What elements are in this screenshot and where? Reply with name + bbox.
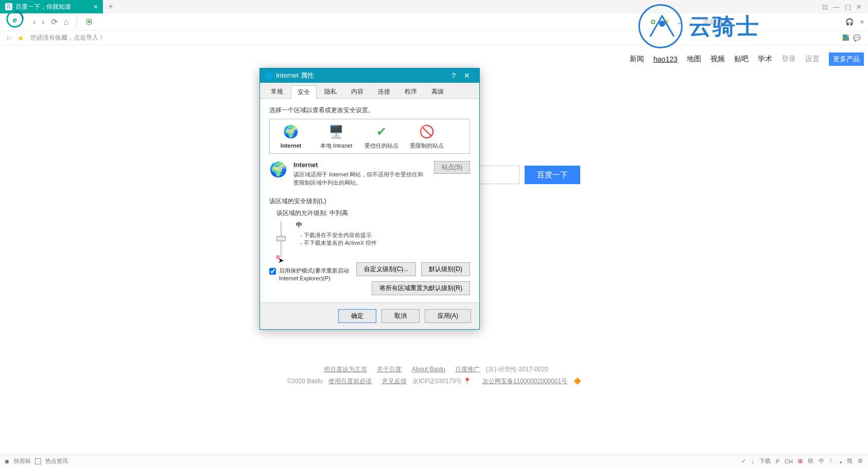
nav-back-icon[interactable]: ‹	[33, 17, 36, 27]
gear-icon[interactable]: ✿	[650, 18, 656, 26]
ime-yan[interactable]: 研	[807, 457, 814, 465]
zone-intranet[interactable]: 🖥️ 本地 Intranet	[318, 123, 354, 149]
sec-level-value: 中	[296, 221, 377, 229]
blocked-icon: 🚫	[419, 123, 435, 140]
window-close-icon[interactable]: ✕	[856, 3, 862, 11]
status-p[interactable]: P	[775, 458, 780, 464]
separator	[77, 17, 77, 27]
page-nav: 新闻 hao123 地图 视频 贴吧 学术 登录 设置 更多产品	[630, 52, 864, 66]
window-controls: ⊡ — ▢ ✕	[816, 0, 868, 13]
dialog-title: Internet 属性	[276, 71, 314, 80]
nav-news[interactable]: 新闻	[630, 55, 644, 64]
ok-button[interactable]: 确定	[338, 309, 376, 323]
page-footer: 把百度设为主页 关于百度 About Baidu 百度推广 (京)-经营性-20…	[287, 365, 581, 389]
tab-programs[interactable]: 程序	[398, 85, 424, 98]
security-slider[interactable]	[276, 221, 286, 258]
zone-restricted[interactable]: 🚫 受限制的站点	[409, 123, 445, 149]
tab-connections[interactable]: 连接	[371, 85, 397, 98]
status-download[interactable]: 下载	[758, 457, 772, 465]
ime-icon-1[interactable]: ⊞	[797, 458, 804, 464]
nav-login[interactable]: 登录	[782, 55, 796, 64]
status-ch[interactable]: CH	[784, 458, 794, 464]
nav-xueshu[interactable]: 学术	[758, 55, 772, 64]
search-placeholder[interactable]: 此处搜索	[703, 17, 730, 27]
settings-icon[interactable]: ⚙	[857, 458, 864, 464]
window-maximize-icon[interactable]: ▢	[845, 3, 851, 11]
tab-content[interactable]: 内容	[344, 85, 370, 98]
sites-button[interactable]: 站点(S)	[434, 161, 470, 174]
window-minimize-icon[interactable]: —	[833, 3, 840, 11]
zone-select-label: 选择一个区域以查看或更改安全设置。	[269, 106, 470, 115]
ime-zhong[interactable]: 中	[818, 457, 825, 465]
new-tab-button[interactable]: +	[103, 0, 118, 13]
nav-home-icon[interactable]: ⌂	[64, 17, 69, 27]
dialog-titlebar[interactable]: 🌐 Internet 属性 ? ✕	[260, 68, 479, 83]
cancel-button[interactable]: 取消	[381, 309, 420, 323]
nav-hao123[interactable]: hao123	[653, 55, 678, 63]
status-quickclip[interactable]: 快剪辑	[14, 457, 31, 465]
menu-icon[interactable]: ≡	[860, 18, 864, 26]
location-icon: 📍	[463, 378, 471, 385]
dropdown-icon[interactable]: ⌄	[676, 18, 682, 26]
check-icon[interactable]: ✓	[740, 458, 747, 464]
news-icon[interactable]	[35, 458, 41, 464]
tab-advanced[interactable]: 高级	[425, 85, 450, 98]
footer-about-en[interactable]: About Baidu	[412, 366, 445, 373]
zone-trusted[interactable]: ✔ 受信任的站点	[363, 123, 400, 149]
punct-icon[interactable]: ❟	[839, 458, 843, 464]
default-level-button[interactable]: 默认级别(D)	[421, 262, 470, 276]
sec-level-allowed: 该区域的允许级别: 中到高	[276, 209, 470, 218]
headset-icon[interactable]: 🎧	[845, 18, 854, 26]
tab-general[interactable]: 常规	[264, 85, 290, 98]
dialog-help-icon[interactable]: ?	[447, 71, 460, 80]
nav-more-products[interactable]: 更多产品	[829, 52, 864, 66]
check-icon: ✔	[373, 123, 390, 140]
dialog-close-icon[interactable]: ✕	[460, 71, 474, 80]
download-icon[interactable]: ↓	[750, 458, 755, 464]
shield-icon[interactable]: ⛨	[85, 17, 94, 27]
sec-level-header: 该区域的安全级别(L)	[269, 197, 470, 206]
search-button[interactable]: 百度一下	[525, 166, 580, 184]
tab-close-icon[interactable]: ×	[94, 3, 98, 11]
footer-read[interactable]: 使用百度前必读	[328, 378, 372, 385]
play-icon[interactable]: ▷	[7, 34, 11, 41]
footer-copyright: ©2020 Baidu	[287, 378, 324, 385]
custom-level-button[interactable]: 自定义级别(C)...	[356, 262, 416, 276]
moon-icon[interactable]: ☾	[828, 458, 836, 464]
titlebar: 百 百度一下，你就知道 × + ⊡ — ▢ ✕	[0, 0, 868, 13]
nav-map[interactable]: 地图	[687, 55, 701, 64]
dialog-tabs: 常规 安全 隐私 内容 连接 程序 高级	[260, 83, 479, 99]
footer-feedback[interactable]: 意见反馈	[382, 378, 407, 385]
nav-video[interactable]: 视频	[710, 55, 725, 64]
footer-promo[interactable]: 百度推广	[455, 366, 480, 373]
zone-internet[interactable]: 🌍 Internet	[273, 123, 309, 149]
protected-mode-checkbox[interactable]	[269, 268, 276, 275]
footer-police[interactable]: 京公网安备11000002000001号	[482, 378, 567, 385]
apply-button[interactable]: 应用(A)	[425, 309, 471, 323]
bolt-icon[interactable]: ⚡	[662, 18, 670, 26]
nav-reload-icon[interactable]: ⟳	[51, 17, 58, 27]
tab-security[interactable]: 安全	[291, 85, 317, 99]
status-hotnews[interactable]: 热点资讯	[45, 457, 68, 465]
footer-sethome[interactable]: 把百度设为主页	[324, 366, 367, 373]
nav-settings[interactable]: 设置	[805, 55, 820, 64]
nav-tieba[interactable]: 贴吧	[734, 55, 749, 64]
record-icon[interactable]: ⏺	[4, 458, 10, 464]
nav-forward-icon[interactable]: ›	[42, 17, 44, 27]
chat-icon[interactable]: 💬	[853, 34, 861, 42]
apps-grid-icon[interactable]	[843, 34, 849, 41]
police-badge-icon: 🔶	[574, 378, 581, 385]
zone-detail: 🌍 Internet 该区域适用于 Internet 网站，但不适用于在受信任和…	[269, 161, 470, 187]
footer-about[interactable]: 关于百度	[377, 366, 402, 373]
footer-biz: (京)-经营性-2017-0020	[486, 366, 548, 373]
star-icon[interactable]: ★	[18, 34, 24, 42]
ime-jian[interactable]: 简	[846, 457, 854, 465]
svg-text:e: e	[13, 15, 17, 24]
reset-all-button[interactable]: 将所有区域重置为默认级别(R)	[372, 281, 470, 295]
zone-list: 🌍 Internet 🖥️ 本地 Intranet ✔ 受信任的站点 🚫 受限制…	[269, 119, 470, 154]
window-restore-icon[interactable]: ⊡	[822, 3, 828, 11]
dialog-body: 选择一个区域以查看或更改安全设置。 🌍 Internet 🖥️ 本地 Intra…	[260, 99, 479, 302]
browser-logo: e	[5, 9, 25, 29]
bookmarks-empty-text[interactable]: 您还没有收藏，点击导入！	[30, 33, 105, 42]
tab-privacy[interactable]: 隐私	[318, 85, 343, 98]
